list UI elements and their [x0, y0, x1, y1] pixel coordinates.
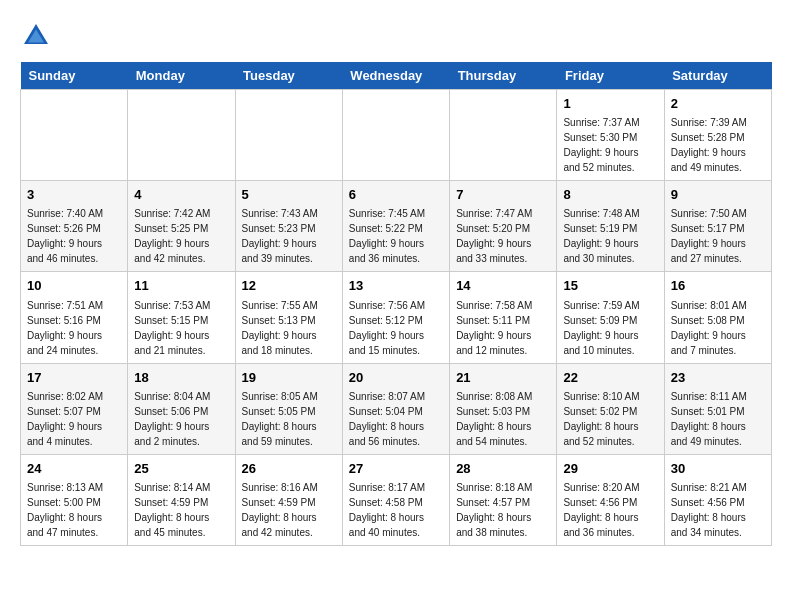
day-number: 28 — [456, 460, 550, 478]
day-info: Sunrise: 8:01 AM Sunset: 5:08 PM Dayligh… — [671, 298, 765, 358]
day-info: Sunrise: 7:45 AM Sunset: 5:22 PM Dayligh… — [349, 206, 443, 266]
calendar-cell: 20Sunrise: 8:07 AM Sunset: 5:04 PM Dayli… — [342, 363, 449, 454]
calendar-cell: 22Sunrise: 8:10 AM Sunset: 5:02 PM Dayli… — [557, 363, 664, 454]
calendar-cell: 21Sunrise: 8:08 AM Sunset: 5:03 PM Dayli… — [450, 363, 557, 454]
day-info: Sunrise: 8:04 AM Sunset: 5:06 PM Dayligh… — [134, 389, 228, 449]
calendar-week-2: 3Sunrise: 7:40 AM Sunset: 5:26 PM Daylig… — [21, 181, 772, 272]
day-number: 4 — [134, 186, 228, 204]
day-number: 14 — [456, 277, 550, 295]
day-number: 9 — [671, 186, 765, 204]
weekday-header-wednesday: Wednesday — [342, 62, 449, 90]
calendar-cell: 30Sunrise: 8:21 AM Sunset: 4:56 PM Dayli… — [664, 454, 771, 545]
calendar-cell: 5Sunrise: 7:43 AM Sunset: 5:23 PM Daylig… — [235, 181, 342, 272]
day-number: 18 — [134, 369, 228, 387]
calendar-cell: 4Sunrise: 7:42 AM Sunset: 5:25 PM Daylig… — [128, 181, 235, 272]
day-info: Sunrise: 7:43 AM Sunset: 5:23 PM Dayligh… — [242, 206, 336, 266]
day-number: 19 — [242, 369, 336, 387]
day-number: 27 — [349, 460, 443, 478]
day-info: Sunrise: 8:07 AM Sunset: 5:04 PM Dayligh… — [349, 389, 443, 449]
weekday-header-monday: Monday — [128, 62, 235, 90]
calendar-cell: 10Sunrise: 7:51 AM Sunset: 5:16 PM Dayli… — [21, 272, 128, 363]
day-number: 3 — [27, 186, 121, 204]
calendar-week-3: 10Sunrise: 7:51 AM Sunset: 5:16 PM Dayli… — [21, 272, 772, 363]
calendar-week-4: 17Sunrise: 8:02 AM Sunset: 5:07 PM Dayli… — [21, 363, 772, 454]
header-row: SundayMondayTuesdayWednesdayThursdayFrid… — [21, 62, 772, 90]
calendar-week-1: 1Sunrise: 7:37 AM Sunset: 5:30 PM Daylig… — [21, 90, 772, 181]
calendar-cell: 7Sunrise: 7:47 AM Sunset: 5:20 PM Daylig… — [450, 181, 557, 272]
day-number: 21 — [456, 369, 550, 387]
calendar-cell: 15Sunrise: 7:59 AM Sunset: 5:09 PM Dayli… — [557, 272, 664, 363]
day-info: Sunrise: 7:51 AM Sunset: 5:16 PM Dayligh… — [27, 298, 121, 358]
day-number: 6 — [349, 186, 443, 204]
calendar-cell: 26Sunrise: 8:16 AM Sunset: 4:59 PM Dayli… — [235, 454, 342, 545]
day-info: Sunrise: 7:55 AM Sunset: 5:13 PM Dayligh… — [242, 298, 336, 358]
day-info: Sunrise: 8:10 AM Sunset: 5:02 PM Dayligh… — [563, 389, 657, 449]
day-number: 1 — [563, 95, 657, 113]
day-info: Sunrise: 8:02 AM Sunset: 5:07 PM Dayligh… — [27, 389, 121, 449]
day-info: Sunrise: 8:08 AM Sunset: 5:03 PM Dayligh… — [456, 389, 550, 449]
day-number: 25 — [134, 460, 228, 478]
calendar-cell: 28Sunrise: 8:18 AM Sunset: 4:57 PM Dayli… — [450, 454, 557, 545]
calendar-cell: 29Sunrise: 8:20 AM Sunset: 4:56 PM Dayli… — [557, 454, 664, 545]
calendar-cell: 27Sunrise: 8:17 AM Sunset: 4:58 PM Dayli… — [342, 454, 449, 545]
weekday-header-saturday: Saturday — [664, 62, 771, 90]
calendar-cell: 24Sunrise: 8:13 AM Sunset: 5:00 PM Dayli… — [21, 454, 128, 545]
day-info: Sunrise: 7:53 AM Sunset: 5:15 PM Dayligh… — [134, 298, 228, 358]
day-info: Sunrise: 8:18 AM Sunset: 4:57 PM Dayligh… — [456, 480, 550, 540]
calendar-cell: 8Sunrise: 7:48 AM Sunset: 5:19 PM Daylig… — [557, 181, 664, 272]
calendar-cell: 6Sunrise: 7:45 AM Sunset: 5:22 PM Daylig… — [342, 181, 449, 272]
logo — [20, 20, 56, 52]
weekday-header-friday: Friday — [557, 62, 664, 90]
day-number: 17 — [27, 369, 121, 387]
day-info: Sunrise: 7:47 AM Sunset: 5:20 PM Dayligh… — [456, 206, 550, 266]
calendar-cell: 16Sunrise: 8:01 AM Sunset: 5:08 PM Dayli… — [664, 272, 771, 363]
day-number: 11 — [134, 277, 228, 295]
calendar-cell: 12Sunrise: 7:55 AM Sunset: 5:13 PM Dayli… — [235, 272, 342, 363]
day-info: Sunrise: 7:40 AM Sunset: 5:26 PM Dayligh… — [27, 206, 121, 266]
calendar-cell: 18Sunrise: 8:04 AM Sunset: 5:06 PM Dayli… — [128, 363, 235, 454]
day-info: Sunrise: 8:16 AM Sunset: 4:59 PM Dayligh… — [242, 480, 336, 540]
day-info: Sunrise: 7:59 AM Sunset: 5:09 PM Dayligh… — [563, 298, 657, 358]
day-info: Sunrise: 7:37 AM Sunset: 5:30 PM Dayligh… — [563, 115, 657, 175]
day-info: Sunrise: 8:14 AM Sunset: 4:59 PM Dayligh… — [134, 480, 228, 540]
calendar-cell — [235, 90, 342, 181]
calendar-cell: 11Sunrise: 7:53 AM Sunset: 5:15 PM Dayli… — [128, 272, 235, 363]
day-number: 8 — [563, 186, 657, 204]
calendar-cell: 19Sunrise: 8:05 AM Sunset: 5:05 PM Dayli… — [235, 363, 342, 454]
calendar-table: SundayMondayTuesdayWednesdayThursdayFrid… — [20, 62, 772, 546]
weekday-header-sunday: Sunday — [21, 62, 128, 90]
day-number: 22 — [563, 369, 657, 387]
day-number: 24 — [27, 460, 121, 478]
calendar-cell: 25Sunrise: 8:14 AM Sunset: 4:59 PM Dayli… — [128, 454, 235, 545]
weekday-header-tuesday: Tuesday — [235, 62, 342, 90]
logo-icon — [20, 20, 52, 52]
day-info: Sunrise: 8:05 AM Sunset: 5:05 PM Dayligh… — [242, 389, 336, 449]
calendar-cell — [342, 90, 449, 181]
day-number: 16 — [671, 277, 765, 295]
day-info: Sunrise: 8:13 AM Sunset: 5:00 PM Dayligh… — [27, 480, 121, 540]
day-number: 7 — [456, 186, 550, 204]
calendar-cell: 9Sunrise: 7:50 AM Sunset: 5:17 PM Daylig… — [664, 181, 771, 272]
weekday-header-thursday: Thursday — [450, 62, 557, 90]
day-info: Sunrise: 8:21 AM Sunset: 4:56 PM Dayligh… — [671, 480, 765, 540]
day-info: Sunrise: 7:50 AM Sunset: 5:17 PM Dayligh… — [671, 206, 765, 266]
day-info: Sunrise: 8:11 AM Sunset: 5:01 PM Dayligh… — [671, 389, 765, 449]
day-info: Sunrise: 7:48 AM Sunset: 5:19 PM Dayligh… — [563, 206, 657, 266]
day-number: 30 — [671, 460, 765, 478]
day-number: 20 — [349, 369, 443, 387]
day-number: 10 — [27, 277, 121, 295]
day-info: Sunrise: 8:17 AM Sunset: 4:58 PM Dayligh… — [349, 480, 443, 540]
calendar-cell — [128, 90, 235, 181]
page-header — [20, 20, 772, 52]
calendar-cell: 2Sunrise: 7:39 AM Sunset: 5:28 PM Daylig… — [664, 90, 771, 181]
calendar-cell: 13Sunrise: 7:56 AM Sunset: 5:12 PM Dayli… — [342, 272, 449, 363]
day-info: Sunrise: 7:42 AM Sunset: 5:25 PM Dayligh… — [134, 206, 228, 266]
calendar-cell: 23Sunrise: 8:11 AM Sunset: 5:01 PM Dayli… — [664, 363, 771, 454]
day-number: 12 — [242, 277, 336, 295]
calendar-cell: 3Sunrise: 7:40 AM Sunset: 5:26 PM Daylig… — [21, 181, 128, 272]
day-number: 29 — [563, 460, 657, 478]
day-number: 23 — [671, 369, 765, 387]
day-info: Sunrise: 7:39 AM Sunset: 5:28 PM Dayligh… — [671, 115, 765, 175]
day-info: Sunrise: 8:20 AM Sunset: 4:56 PM Dayligh… — [563, 480, 657, 540]
calendar-cell: 14Sunrise: 7:58 AM Sunset: 5:11 PM Dayli… — [450, 272, 557, 363]
